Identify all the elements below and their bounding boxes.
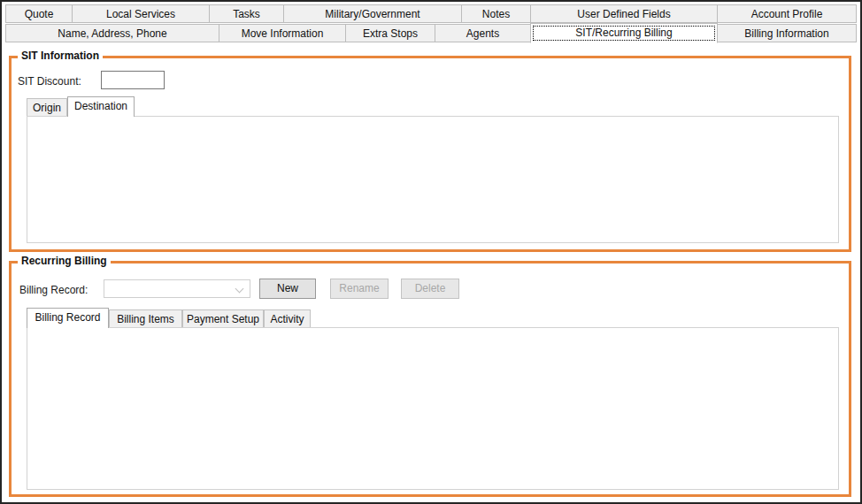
- chevron-down-icon: [235, 285, 244, 294]
- sit-discount-input[interactable]: [101, 71, 165, 89]
- new-button[interactable]: New: [259, 279, 316, 299]
- billing-record-panel: [27, 327, 839, 490]
- subtab-origin[interactable]: Origin: [27, 98, 67, 117]
- subtab-destination[interactable]: Destination: [67, 96, 135, 117]
- subtab-billing-record[interactable]: Billing Record: [27, 308, 109, 328]
- recurring-billing-title: Recurring Billing: [18, 255, 111, 267]
- tab-notes[interactable]: Notes: [461, 4, 531, 23]
- tab-move-information[interactable]: Move Information: [219, 24, 346, 42]
- tab-tasks[interactable]: Tasks: [209, 4, 284, 23]
- tab-quote[interactable]: Quote: [5, 4, 73, 23]
- sit-information-title: SIT Information: [18, 50, 103, 62]
- delete-button[interactable]: Delete: [401, 279, 459, 299]
- tab-military-government[interactable]: Military/Government: [283, 4, 462, 23]
- billing-record-label: Billing Record:: [19, 284, 88, 296]
- tab-extra-stops[interactable]: Extra Stops: [345, 24, 435, 42]
- subtab-payment-setup[interactable]: Payment Setup: [182, 309, 264, 328]
- sit-discount-label: SIT Discount:: [18, 75, 81, 88]
- billing-record-dropdown[interactable]: [104, 279, 250, 298]
- tab-sit-recurring-billing[interactable]: SIT/Recurring Billing: [530, 23, 718, 43]
- rename-button[interactable]: Rename: [330, 279, 389, 299]
- sit-destination-panel: [27, 116, 839, 243]
- tab-local-services[interactable]: Local Services: [72, 4, 210, 23]
- subtab-billing-items[interactable]: Billing Items: [109, 309, 182, 328]
- tab-account-profile[interactable]: Account Profile: [717, 4, 857, 23]
- tab-billing-information[interactable]: Billing Information: [717, 24, 857, 42]
- subtab-activity[interactable]: Activity: [264, 309, 311, 328]
- tab-agents[interactable]: Agents: [435, 24, 531, 42]
- tab-name-address-phone[interactable]: Name, Address, Phone: [5, 24, 219, 42]
- tab-user-defined-fields[interactable]: User Defined Fields: [530, 4, 718, 23]
- application-window: Quote Local Services Tasks Military/Gove…: [0, 0, 862, 504]
